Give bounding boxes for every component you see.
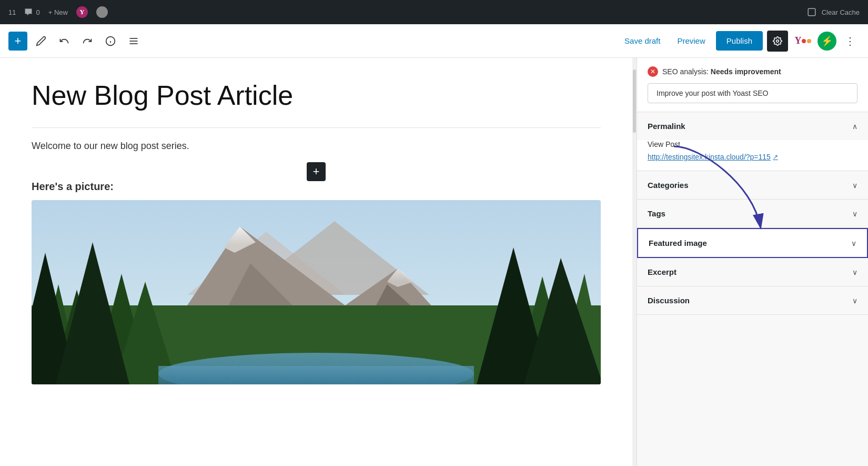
seo-analysis-text: SEO analysis: Needs improvement — [662, 67, 781, 76]
seo-analysis-row: ✕ SEO analysis: Needs improvement — [648, 66, 857, 77]
permalink-section: Permalink ∧ View Post http://testingsite… — [637, 112, 868, 171]
featured-image-chevron-down-icon: ∨ — [851, 239, 856, 247]
permalink-chevron-up-icon: ∧ — [852, 122, 857, 131]
notification-count[interactable]: 11 — [8, 8, 16, 16]
svg-rect-28 — [158, 366, 474, 384]
redo-icon — [82, 36, 93, 46]
tags-chevron-down-icon: ∨ — [852, 210, 857, 218]
tags-section: Tags ∨ — [637, 200, 868, 228]
save-draft-button[interactable]: Save draft — [618, 32, 667, 49]
external-link-icon: ↗ — [773, 153, 778, 161]
discussion-chevron-down-icon: ∨ — [852, 296, 857, 305]
preview-button[interactable]: Preview — [671, 32, 711, 49]
yoast-dots — [802, 39, 811, 43]
discussion-section: Discussion ∨ — [637, 286, 868, 315]
improve-yoast-button[interactable]: Improve your post with Yoast SEO — [648, 83, 857, 103]
discussion-title: Discussion — [648, 296, 690, 305]
gravatar-icon[interactable] — [96, 6, 108, 18]
info-icon — [105, 36, 116, 46]
excerpt-title: Excerpt — [648, 267, 677, 276]
yoast-dot-red — [802, 39, 806, 43]
post-title[interactable]: New Blog Post Article — [32, 79, 601, 112]
admin-bar-right: Clear Cache — [807, 7, 860, 17]
svg-point-7 — [776, 39, 779, 42]
main-layout: New Blog Post Article Welcome to our new… — [0, 58, 868, 466]
seo-status-icon: ✕ — [648, 66, 658, 77]
permalink-url[interactable]: http://testingsitex.kinsta.cloud/?p=115 … — [648, 153, 857, 161]
categories-header[interactable]: Categories ∨ — [637, 171, 868, 199]
featured-image-header[interactable]: Featured image ∨ — [638, 229, 867, 257]
clear-cache-button[interactable]: Clear Cache — [822, 8, 860, 16]
yoast-button[interactable]: Y — [792, 31, 813, 52]
featured-image-wrapper: Featured image ∨ — [637, 228, 868, 258]
discussion-header[interactable]: Discussion ∨ — [637, 286, 868, 314]
editor-area[interactable]: New Blog Post Article Welcome to our new… — [0, 58, 632, 466]
tags-title: Tags — [648, 209, 665, 218]
categories-title: Categories — [648, 181, 689, 190]
list-icon — [128, 36, 139, 46]
post-image — [32, 200, 601, 384]
excerpt-section: Excerpt ∨ — [637, 258, 868, 286]
body-paragraph-1: Welcome to our new blog post series. — [32, 138, 601, 154]
settings-button[interactable] — [767, 31, 788, 52]
gear-icon — [773, 36, 782, 46]
categories-chevron-down-icon: ∨ — [852, 181, 857, 190]
kinsta-button[interactable]: ⚡ — [817, 32, 836, 51]
edit-mode-button[interactable] — [32, 32, 51, 51]
seo-section: ✕ SEO analysis: Needs improvement Improv… — [637, 58, 868, 112]
comments-item[interactable]: 0 — [24, 8, 39, 16]
undo-icon — [59, 36, 69, 46]
categories-section: Categories ∨ — [637, 171, 868, 200]
pencil-icon — [36, 36, 46, 46]
editor-scrollbar[interactable] — [632, 58, 637, 466]
featured-image-section: Featured image ∨ — [637, 228, 868, 258]
details-button[interactable] — [101, 32, 120, 51]
permalink-header[interactable]: Permalink ∧ — [637, 112, 868, 140]
scrollbar-thumb[interactable] — [633, 70, 636, 133]
yoast-dot-orange — [807, 39, 811, 43]
add-block-toolbar-button[interactable]: + — [8, 32, 27, 51]
add-block-inline-button[interactable]: + — [307, 162, 326, 181]
yoast-y-icon: Y — [795, 35, 802, 46]
permalink-title: Permalink — [648, 122, 685, 131]
svg-rect-0 — [808, 8, 815, 16]
post-body[interactable]: Welcome to our new blog post series. + H… — [32, 138, 601, 195]
undo-button[interactable] — [55, 32, 74, 51]
excerpt-header[interactable]: Excerpt ∨ — [637, 258, 868, 286]
editor-toolbar: + Save draft Preview Publish Y ⚡ ⋮ — [0, 24, 868, 58]
publish-button[interactable]: Publish — [716, 31, 763, 51]
comment-icon — [24, 8, 33, 16]
post-divider — [32, 127, 601, 128]
view-post-link[interactable]: View Post — [648, 140, 857, 148]
permalink-content: View Post http://testingsitex.kinsta.clo… — [637, 140, 868, 171]
tags-header[interactable]: Tags ∨ — [637, 200, 868, 227]
toolbar-right: Save draft Preview Publish Y ⚡ ⋮ — [618, 31, 860, 52]
new-item[interactable]: + New — [48, 8, 68, 16]
redo-button[interactable] — [78, 32, 97, 51]
cache-icon — [807, 7, 816, 17]
featured-image-title: Featured image — [649, 239, 707, 247]
list-view-button[interactable] — [124, 32, 143, 51]
sidebar: ✕ SEO analysis: Needs improvement Improv… — [637, 58, 868, 466]
admin-bar: 11 0 + New Y Clear Cache — [0, 0, 868, 24]
yoast-admin-icon[interactable]: Y — [76, 6, 88, 18]
excerpt-chevron-down-icon: ∨ — [852, 268, 857, 276]
more-options-button[interactable]: ⋮ — [841, 32, 860, 51]
